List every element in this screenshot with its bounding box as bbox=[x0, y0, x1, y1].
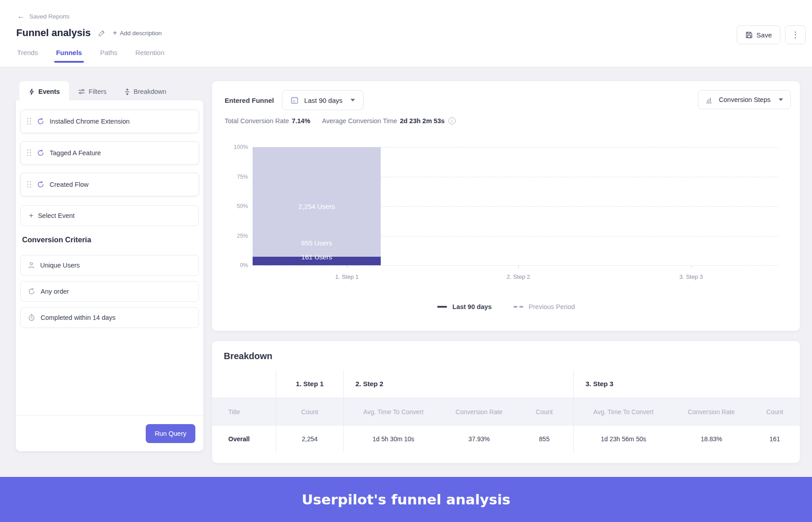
group-header-step-2: 2. Step 2 bbox=[344, 370, 574, 398]
row-step1-count: 2,254 bbox=[276, 426, 344, 452]
funnel-bar-chart: 100% 75% 50% 25% 0% 2,254 Users 855 User… bbox=[253, 147, 778, 265]
event-item-1[interactable]: Installed Chrome Extension bbox=[20, 110, 199, 133]
row-step2-rate: 37.93% bbox=[443, 426, 515, 452]
date-range-dropdown[interactable]: Last 90 days bbox=[282, 90, 364, 110]
solid-line-swatch bbox=[437, 306, 447, 308]
query-panel-tabs: Events Filters Breakdown bbox=[19, 81, 175, 102]
column-header-count-3: Count bbox=[750, 398, 800, 426]
column-header-count-2: Count bbox=[515, 398, 574, 426]
y-axis-tick: 25% bbox=[237, 233, 248, 239]
drag-handle-icon[interactable] bbox=[27, 149, 32, 157]
event-refresh-icon bbox=[37, 118, 44, 125]
tab-retention[interactable]: Retention bbox=[135, 49, 164, 63]
bar-users-label: 855 Users bbox=[253, 239, 381, 247]
refresh-icon bbox=[28, 288, 35, 295]
bar-users-label: 161 Users bbox=[253, 253, 381, 261]
drag-handle-icon[interactable] bbox=[27, 181, 32, 188]
breakdown-card: Breakdown 1. Step 1 2. Step 2 3. Step 3 … bbox=[212, 341, 800, 463]
average-conversion-time: Average Conversion Time2d 23h 2m 53s i bbox=[322, 117, 456, 125]
x-axis-tick bbox=[518, 265, 519, 268]
x-axis-label: 2. Step 2 bbox=[454, 273, 582, 280]
tab-trends[interactable]: Trends bbox=[17, 49, 38, 63]
group-header-step-3: 3. Step 3 bbox=[574, 370, 800, 398]
save-button[interactable]: Save bbox=[737, 25, 780, 44]
total-conversion-rate: Total Conversion Rate7.14% bbox=[225, 117, 310, 125]
row-title: Overall bbox=[212, 426, 276, 452]
conversion-criteria-heading: Conversion Criteria bbox=[22, 236, 91, 244]
back-arrow-icon: ← bbox=[17, 12, 25, 21]
entered-funnel-label: Entered Funnel bbox=[225, 97, 274, 104]
chevron-down-icon bbox=[351, 99, 355, 102]
y-axis-tick: 100% bbox=[234, 144, 248, 150]
x-axis-label: 1. Step 1 bbox=[283, 273, 411, 280]
back-label: Saved Reports bbox=[29, 13, 69, 20]
row-step3-count: 161 bbox=[750, 426, 800, 452]
run-query-button[interactable]: Run Query bbox=[146, 424, 195, 443]
person-icon bbox=[28, 262, 35, 269]
dashed-line-swatch bbox=[513, 306, 523, 308]
group-header-step-1: 1. Step 1 bbox=[276, 370, 344, 398]
x-axis-tick bbox=[691, 265, 692, 268]
y-axis-tick: 50% bbox=[237, 203, 248, 209]
criteria-any-order[interactable]: Any order bbox=[20, 281, 199, 302]
chart-legend: Last 90 days Previous Period bbox=[212, 303, 800, 310]
event-item-2[interactable]: Tagged A Feature bbox=[20, 141, 199, 165]
plus-icon: + bbox=[113, 29, 117, 37]
column-header-count-1: Count bbox=[276, 398, 344, 426]
legend-last-90-days[interactable]: Last 90 days bbox=[437, 303, 492, 310]
column-header-title: Title bbox=[212, 398, 276, 426]
row-step2-avg-time: 1d 5h 30m 10s bbox=[344, 426, 443, 452]
column-header-rate-3: Conversion Rate bbox=[673, 398, 750, 426]
column-header-avg-time-3: Avg. Time To Convert bbox=[574, 398, 673, 426]
more-options-button[interactable]: ⋮ bbox=[785, 25, 806, 44]
funnel-chart-card: Entered Funnel Last 90 days Conversion S… bbox=[212, 81, 800, 331]
row-step3-rate: 18.83% bbox=[673, 426, 750, 452]
legend-previous-period[interactable]: Previous Period bbox=[513, 303, 575, 310]
banner-text: Userpilot's funnel analysis bbox=[302, 491, 511, 508]
breakdown-table: 1. Step 1 2. Step 2 3. Step 3 Title Coun… bbox=[212, 370, 800, 452]
tab-paths[interactable]: Paths bbox=[100, 49, 117, 63]
panel-tab-breakdown[interactable]: Breakdown bbox=[115, 81, 175, 102]
floppy-icon bbox=[745, 31, 753, 39]
column-header-avg-time-2: Avg. Time To Convert bbox=[344, 398, 443, 426]
event-item-3[interactable]: Created Flow bbox=[20, 173, 199, 196]
breakdown-icon bbox=[125, 88, 130, 95]
event-refresh-icon bbox=[37, 149, 44, 157]
x-axis-tick bbox=[347, 265, 347, 268]
edit-title-icon[interactable] bbox=[98, 29, 106, 37]
view-mode-dropdown[interactable]: Conversion Steps bbox=[698, 90, 791, 109]
back-link[interactable]: ← Saved Reports bbox=[17, 12, 69, 21]
criteria-unique-users[interactable]: Unique Users bbox=[20, 255, 199, 276]
report-nav-tabs: Trends Funnels Paths Retention bbox=[17, 49, 164, 63]
bottom-banner: Userpilot's funnel analysis bbox=[0, 477, 812, 522]
tab-funnels[interactable]: Funnels bbox=[56, 49, 82, 63]
group-header-empty bbox=[212, 370, 276, 398]
row-step2-count: 855 bbox=[515, 426, 574, 452]
bar-chart-icon bbox=[706, 96, 714, 103]
drag-handle-icon[interactable] bbox=[27, 118, 32, 125]
chevron-down-icon bbox=[779, 98, 783, 101]
select-event-button[interactable]: + Select Event bbox=[20, 205, 199, 226]
criteria-completed-within[interactable]: Completed within 14 days bbox=[20, 307, 199, 328]
panel-tab-events[interactable]: Events bbox=[19, 81, 69, 102]
calendar-icon bbox=[291, 96, 299, 104]
top-header: ← Saved Reports Funnel analysis + Add de… bbox=[0, 0, 812, 67]
info-icon[interactable]: i bbox=[448, 117, 456, 125]
row-step3-avg-time: 1d 23h 56m 50s bbox=[574, 426, 673, 452]
plus-icon: + bbox=[29, 211, 33, 220]
query-builder-panel: Installed Chrome Extension Tagged A Feat… bbox=[16, 100, 203, 451]
panel-divider bbox=[16, 415, 203, 416]
breakdown-heading: Breakdown bbox=[224, 351, 272, 361]
column-header-rate-2: Conversion Rate bbox=[443, 398, 515, 426]
x-axis-label: 3. Step 3 bbox=[627, 273, 755, 280]
event-refresh-icon bbox=[37, 181, 44, 188]
panel-tab-filters[interactable]: Filters bbox=[69, 81, 115, 102]
filters-icon bbox=[78, 88, 85, 95]
add-description-button[interactable]: + Add description bbox=[113, 29, 161, 37]
y-axis-tick: 75% bbox=[237, 174, 248, 180]
kebab-icon: ⋮ bbox=[791, 30, 799, 40]
y-axis-tick: 0% bbox=[240, 262, 248, 268]
bar-users-label: 2,254 Users bbox=[253, 203, 381, 210]
lightning-icon bbox=[28, 88, 35, 95]
clock-icon bbox=[28, 314, 35, 321]
